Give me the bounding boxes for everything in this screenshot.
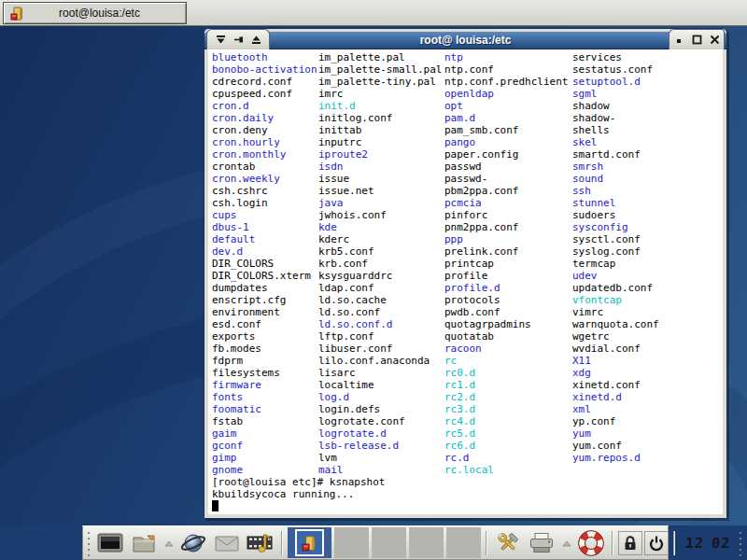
file-entry: dumpdates [212, 282, 318, 294]
clock-minutes: 02 [711, 535, 731, 552]
eject-up-icon[interactable] [250, 34, 262, 46]
mail-button[interactable] [211, 527, 243, 558]
file-entry: dev.d [212, 245, 318, 258]
panel-handle-left[interactable] [86, 529, 92, 556]
terminal-content[interactable]: bluetoothbonobo-activationcdrecord.confc… [208, 49, 723, 514]
file-entry: dbus-1 [212, 221, 318, 233]
file-entry: yum [572, 427, 659, 440]
file-entry: initlog.conf [318, 112, 444, 124]
panel-separator [486, 531, 487, 555]
clock-hours: 12 [684, 535, 705, 552]
printer-icon [529, 532, 555, 554]
file-entry: im_palette-small.pal [318, 63, 444, 76]
tools-button[interactable] [492, 527, 524, 558]
web-browser-button[interactable] [177, 527, 209, 558]
file-entry: sgml [572, 88, 659, 100]
file-entry: rc4.d [444, 415, 572, 427]
file-entry: printcap [444, 258, 572, 270]
help-button[interactable] [575, 527, 607, 558]
window-titlebar[interactable]: root@ louisa:/etc [204, 29, 726, 49]
file-entry: krb5.conf [318, 245, 444, 258]
shade-down-icon[interactable] [215, 34, 227, 46]
status-line: kbuildsycoca running... [212, 488, 723, 500]
file-entry: paper.config [444, 148, 572, 161]
file-entry: syslog.conf [572, 245, 659, 258]
launcher-popup-arrow[interactable] [162, 527, 176, 558]
file-entry: ld.so.conf [318, 306, 444, 318]
file-entry: sound [572, 173, 659, 185]
file-entry: shadow [572, 100, 659, 112]
file-entry: inittab [318, 124, 444, 136]
desktop-launcher-button[interactable] [94, 527, 126, 558]
file-entry: bluetooth [212, 51, 318, 63]
file-entry: gnome [212, 464, 318, 476]
file-entry: yum.conf [572, 440, 659, 452]
taskbar-window-label: root@louisa:/etc [26, 7, 186, 20]
top-taskbar: root@louisa:/etc [0, 0, 747, 26]
file-entry: filesystems [212, 367, 318, 379]
file-entry: services [572, 51, 659, 63]
file-entry: init.d [318, 100, 444, 112]
panel-clock[interactable]: 12 02 [679, 535, 737, 552]
file-entry: exports [212, 330, 318, 343]
lock-screen-button[interactable] [618, 531, 642, 555]
file-entry: passwd [444, 161, 572, 173]
file-entry: termcap [572, 258, 659, 270]
file-entry: skel [572, 136, 659, 148]
printer-button[interactable] [526, 527, 557, 558]
file-entry: environment [212, 306, 318, 318]
panel-handle-right[interactable] [738, 529, 744, 556]
file-entry: fb.modes [212, 343, 318, 355]
panel-separator [281, 531, 283, 555]
cursor-line [212, 500, 723, 512]
minimize-icon[interactable] [673, 34, 685, 46]
maximize-icon[interactable] [691, 34, 703, 46]
file-entry: cron.weekly [212, 173, 318, 185]
file-entry: iproute2 [318, 148, 444, 161]
taskbar-active-task[interactable] [288, 527, 331, 558]
file-entry: racoon [444, 343, 572, 355]
active-task-button[interactable] [295, 529, 324, 556]
film-note-icon [247, 531, 275, 555]
file-column: im_palette.palim_palette-small.palim_pal… [318, 51, 444, 476]
file-entry: pbm2ppa.conf [444, 185, 572, 197]
monitor-icon [97, 532, 123, 554]
titlebar-right-tab [669, 29, 725, 49]
multimedia-button[interactable] [245, 527, 276, 558]
logout-button[interactable] [644, 531, 669, 555]
file-entry: wgetrc [572, 330, 659, 343]
file-entry: rc.local [444, 464, 572, 476]
file-entry: localtime [318, 379, 444, 391]
file-entry: shadow- [572, 112, 659, 124]
file-entry: fstab [212, 415, 318, 427]
file-entry: X11 [572, 355, 659, 367]
file-entry: rc6.d [444, 440, 572, 452]
terminal-cursor [212, 500, 218, 511]
file-entry: opt [444, 100, 572, 112]
file-entry: ssh [572, 185, 659, 197]
file-entry: pnm2ppa.conf [444, 221, 572, 233]
close-icon[interactable] [709, 34, 721, 46]
file-entry: ppp [444, 233, 572, 245]
file-entry: cups [212, 209, 318, 221]
home-folder-button[interactable] [128, 527, 160, 558]
file-entry: crontab [212, 161, 318, 173]
globe-icon [179, 531, 207, 555]
file-entry: rc [444, 355, 572, 367]
file-entry: cron.d [212, 100, 318, 112]
pin-icon[interactable] [233, 34, 245, 46]
file-entry: DIR_COLORS [212, 258, 318, 270]
tray-popup-arrow[interactable] [559, 527, 573, 558]
file-entry: fdprm [212, 355, 318, 367]
file-column: ntpntp.confntp.conf.predhclientopenldapo… [444, 51, 572, 476]
file-entry: pam.d [444, 112, 572, 124]
file-entry: esd.conf [212, 318, 318, 330]
taskbar-window-button[interactable]: root@louisa:/etc [3, 2, 187, 24]
titlebar-left-tab [206, 29, 270, 49]
file-entry: kderc [318, 233, 444, 245]
taskbar-empty-slot [446, 527, 481, 558]
file-entry: mail [318, 464, 444, 476]
file-entry: krb.conf [318, 258, 444, 270]
file-entry: logrotate.d [318, 427, 444, 440]
file-entry: warnquota.conf [572, 318, 659, 330]
